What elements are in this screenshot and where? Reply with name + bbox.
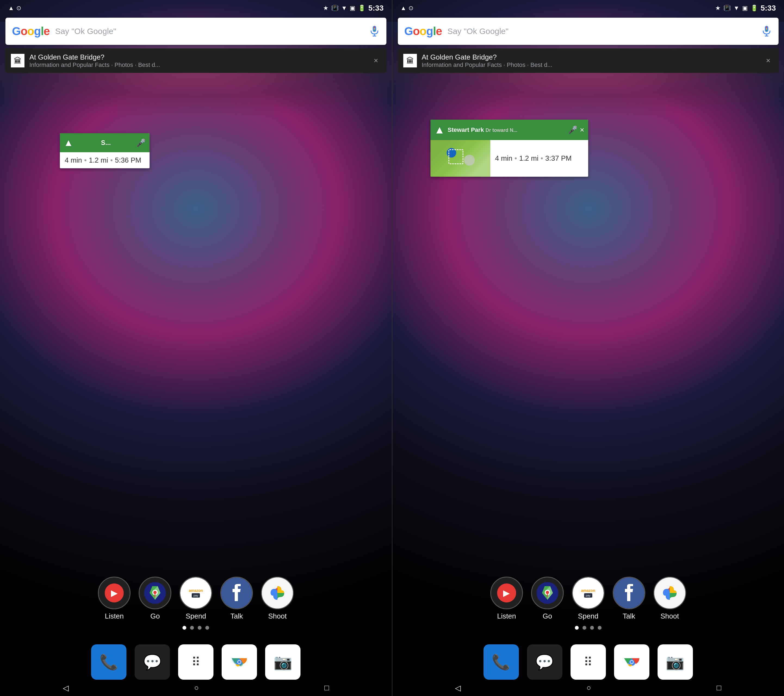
bottom-dock-left: 📞 💬 ⠿ � (0, 644, 392, 680)
svg-point-26 (546, 591, 549, 594)
dock-launcher-right[interactable]: ⠿ (570, 644, 606, 680)
signal-icon: ▣ (350, 5, 356, 12)
nav-widget-body-left: 4 min • 1.2 mi • 5:36 PM (60, 152, 150, 168)
search-placeholder-right[interactable]: Say "Ok Google" (447, 26, 761, 36)
dot-2-left (190, 626, 194, 630)
dock-phone-right[interactable]: 📞 (484, 644, 519, 680)
dot-3-left (198, 626, 201, 630)
nav-bar-right: ◁ ○ □ (392, 680, 784, 696)
app-item-spend-left[interactable]: amazon pay Spend (180, 577, 212, 620)
nav-distance-left: 1.2 mi (89, 156, 108, 165)
signal-icon-right: ▣ (742, 5, 748, 12)
youtube-music-icon-left: ▶ (105, 583, 124, 602)
notif-content-left: At Golden Gate Bridge? Information and P… (30, 53, 371, 69)
app-label-go-left: Go (150, 612, 160, 620)
search-bar-right[interactable]: Google Say "Ok Google" (398, 18, 779, 45)
back-btn-left[interactable]: ◁ (63, 683, 69, 693)
app-icon-listen-left[interactable]: ▶ (98, 577, 130, 609)
search-placeholder-left[interactable]: Say "Ok Google" (55, 26, 369, 36)
dot-sep-1: • (84, 156, 87, 165)
nav-widget-close-right[interactable]: × (580, 126, 584, 134)
right-screen: ▲ ⊙ ★ 📳 ▼ ▣ 🔋 5:33 Google Say "Ok Google… (392, 0, 784, 696)
battery-icon: 🔋 (358, 5, 366, 12)
nav-eta-right: 3:37 PM (545, 154, 572, 163)
status-time-right: 5:33 (761, 4, 776, 13)
recents-btn-left[interactable]: □ (324, 683, 329, 692)
launcher-icon-right: ⠿ (583, 655, 593, 670)
maps-svg-right (537, 582, 558, 604)
search-bar-left[interactable]: Google Say "Ok Google" (5, 18, 386, 45)
app-icon-spend-right[interactable]: amazon pay (572, 577, 604, 609)
nav-widget-mic-left[interactable]: 🎤 (136, 138, 146, 147)
app-item-listen-left[interactable]: ▶ Listen (98, 577, 130, 620)
app-icon-spend-left[interactable]: amazon pay (180, 577, 212, 609)
dock-hangouts-right[interactable]: 💬 (527, 644, 562, 680)
app-icon-listen-right[interactable]: ▶ (490, 577, 523, 609)
notif-content-right: At Golden Gate Bridge? Information and P… (422, 53, 763, 69)
app-icon-go-right[interactable] (531, 577, 564, 609)
dock-launcher-left[interactable]: ⠿ (178, 644, 214, 680)
app-icon-shoot-right[interactable] (654, 577, 686, 609)
status-bar-right: ▲ ⊙ ★ 📳 ▼ ▣ 🔋 5:33 (392, 0, 784, 16)
app-item-talk-right[interactable]: Talk (613, 577, 645, 620)
google-logo-right: Google (404, 25, 442, 38)
search-mic-left[interactable] (369, 25, 380, 38)
dock-camera-right[interactable]: 📷 (657, 644, 693, 680)
nav-time-right: 4 min (495, 154, 512, 163)
notif-close-right[interactable]: × (763, 54, 773, 68)
app-item-shoot-right[interactable]: Shoot (654, 577, 686, 620)
location-icon-right: ⊙ (408, 5, 413, 12)
notification-card-right[interactable]: 🏛 At Golden Gate Bridge? Information and… (398, 48, 779, 73)
app-label-go-right: Go (542, 612, 552, 620)
app-row-left: ▶ Listen Go (98, 577, 294, 620)
app-item-spend-right[interactable]: amazon pay Spend (572, 577, 604, 620)
nav-widget-right: ▲ Stewart Park Dr toward N... 🎤 × (430, 120, 588, 177)
hangouts-icon-left: 💬 (143, 653, 162, 671)
app-item-listen-right[interactable]: ▶ Listen (490, 577, 523, 620)
dock-camera-left[interactable]: 📷 (265, 644, 300, 680)
dock-phone-left[interactable]: 📞 (91, 644, 127, 680)
app-item-shoot-left[interactable]: Shoot (261, 577, 294, 620)
nav-widget-mic-right[interactable]: 🎤 (568, 125, 578, 134)
phone-icon-left: 📞 (99, 653, 118, 671)
app-icon-shoot-left[interactable] (261, 577, 294, 609)
google-logo-left: Google (12, 25, 50, 38)
page-dots-right (575, 626, 601, 630)
notif-subtitle-right: Information and Popular Facts · Photos ·… (422, 61, 763, 69)
status-time-left: 5:33 (368, 4, 384, 13)
svg-point-31 (630, 661, 633, 663)
page-dots-left (183, 626, 209, 630)
recents-btn-right[interactable]: □ (716, 683, 721, 692)
notification-card-left[interactable]: 🏛 At Golden Gate Bridge? Information and… (5, 48, 386, 73)
home-btn-left[interactable]: ○ (194, 683, 199, 692)
app-icon-talk-right[interactable] (613, 577, 645, 609)
app-item-go-right[interactable]: Go (531, 577, 564, 620)
app-icon-go-left[interactable] (139, 577, 171, 609)
youtube-music-icon-right: ▶ (497, 583, 516, 602)
svg-point-3 (374, 26, 375, 28)
dock-hangouts-left[interactable]: 💬 (135, 644, 170, 680)
launcher-icon-left: ⠿ (191, 655, 201, 670)
app-item-go-left[interactable]: Go (139, 577, 171, 620)
app-item-talk-left[interactable]: Talk (220, 577, 253, 620)
dock-chrome-left[interactable] (222, 644, 257, 680)
status-bar-left: ▲ ⊙ ★ 📳 ▼ ▣ 🔋 5:33 (0, 0, 392, 16)
notif-title-left: At Golden Gate Bridge? (30, 53, 371, 61)
amazon-pay-icon-right: amazon pay (573, 578, 604, 609)
home-btn-right[interactable]: ○ (586, 683, 591, 692)
nav-arrow-icon: ▲ (8, 5, 14, 12)
dot-sep-4: • (540, 154, 543, 163)
map-preview-right (430, 140, 490, 177)
app-icon-talk-left[interactable] (220, 577, 253, 609)
map-gray-circle (464, 155, 475, 166)
dock-chrome-right[interactable] (614, 644, 649, 680)
notif-close-left[interactable]: × (371, 54, 381, 68)
svg-point-4 (374, 28, 375, 30)
dot-4-right (598, 626, 601, 630)
svg-point-19 (766, 26, 768, 28)
search-mic-right[interactable] (761, 25, 772, 38)
maps-svg-left (144, 582, 166, 604)
back-btn-right[interactable]: ◁ (455, 683, 461, 693)
chrome-icon-left (230, 653, 249, 671)
map-dashed-rect (448, 149, 463, 164)
